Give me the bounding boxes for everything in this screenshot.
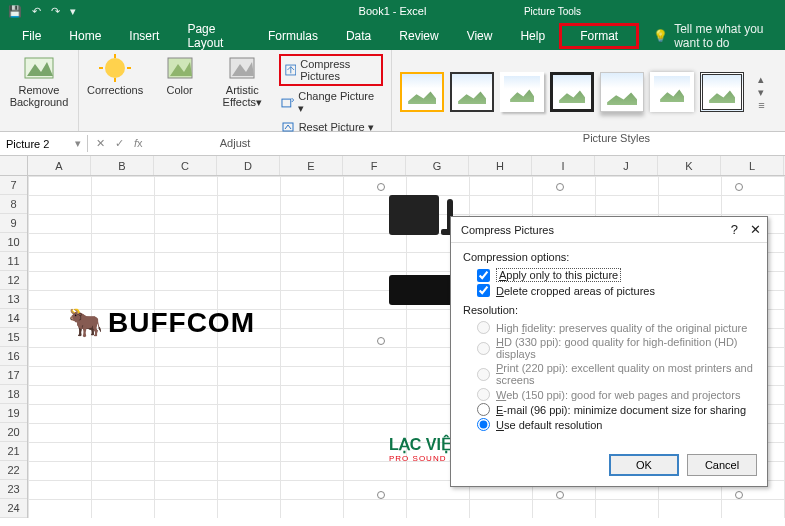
artistic-effects-button[interactable]: Artistic Effects▾ bbox=[216, 54, 269, 109]
name-box-dropdown-icon[interactable]: ▾ bbox=[75, 137, 81, 150]
row-header[interactable]: 12 bbox=[0, 271, 27, 290]
col-header[interactable]: I bbox=[532, 156, 595, 175]
ok-button[interactable]: OK bbox=[609, 454, 679, 476]
compression-options-label: Compression options: bbox=[463, 251, 755, 263]
res-web-radio-row[interactable]: Web (150 ppi): good for web pages and pr… bbox=[463, 387, 755, 402]
col-header[interactable]: H bbox=[469, 156, 532, 175]
fx-icon[interactable]: fx bbox=[134, 137, 143, 150]
context-tab-label: Picture Tools bbox=[510, 4, 595, 19]
delete-cropped-label: Delete cropped areas of pictures bbox=[496, 285, 655, 297]
corrections-button[interactable]: Corrections bbox=[87, 54, 143, 96]
col-header[interactable]: J bbox=[595, 156, 658, 175]
change-picture-icon bbox=[281, 96, 295, 110]
remove-background-icon bbox=[23, 54, 55, 82]
col-header[interactable]: B bbox=[91, 156, 154, 175]
picture-style-thumb-2[interactable] bbox=[450, 72, 494, 112]
row-header[interactable]: 9 bbox=[0, 214, 27, 233]
row-header[interactable]: 8 bbox=[0, 195, 27, 214]
tell-me-search[interactable]: 💡 Tell me what you want to do bbox=[653, 22, 785, 50]
col-header[interactable]: E bbox=[280, 156, 343, 175]
enter-formula-icon[interactable]: ✓ bbox=[115, 137, 124, 150]
res-default-radio[interactable] bbox=[477, 418, 490, 431]
row-header[interactable]: 14 bbox=[0, 309, 27, 328]
picture-style-thumb-6[interactable] bbox=[650, 72, 694, 112]
col-header[interactable]: K bbox=[658, 156, 721, 175]
row-header[interactable]: 13 bbox=[0, 290, 27, 309]
row-header[interactable]: 23 bbox=[0, 480, 27, 499]
dialog-titlebar[interactable]: Compress Pictures ? ✕ bbox=[451, 217, 767, 243]
row-header[interactable]: 24 bbox=[0, 499, 27, 518]
res-hifi-radio-row[interactable]: High fidelity: preserves quality of the … bbox=[463, 320, 755, 335]
gallery-expand-icon[interactable]: ≡ bbox=[758, 99, 764, 111]
gallery-scroll-down-icon[interactable]: ▾ bbox=[758, 86, 764, 99]
tab-file[interactable]: File bbox=[8, 23, 55, 49]
tab-insert[interactable]: Insert bbox=[115, 23, 173, 49]
res-hd-label: HD (330 ppi): good quality for high-defi… bbox=[496, 336, 755, 360]
delete-cropped-checkbox[interactable] bbox=[477, 284, 490, 297]
row-header[interactable]: 15 bbox=[0, 328, 27, 347]
undo-icon[interactable]: ↶ bbox=[32, 5, 41, 18]
picture-style-thumb-7[interactable] bbox=[700, 72, 744, 112]
artistic-effects-icon bbox=[226, 54, 258, 82]
col-header[interactable]: A bbox=[28, 156, 91, 175]
row-header[interactable]: 16 bbox=[0, 347, 27, 366]
reset-picture-button[interactable]: Reset Picture ▾ bbox=[279, 119, 383, 135]
name-box[interactable]: Picture 2 ▾ bbox=[0, 135, 88, 152]
redo-icon[interactable]: ↷ bbox=[51, 5, 60, 18]
gallery-scroll-up-icon[interactable]: ▴ bbox=[758, 73, 764, 86]
apply-only-checkbox[interactable] bbox=[477, 269, 490, 282]
picture-style-thumb-3[interactable] bbox=[500, 72, 544, 112]
dialog-close-icon[interactable]: ✕ bbox=[750, 222, 761, 237]
save-icon[interactable]: 💾 bbox=[8, 5, 22, 18]
row-header[interactable]: 22 bbox=[0, 461, 27, 480]
row-header[interactable]: 7 bbox=[0, 176, 27, 195]
row-header[interactable]: 20 bbox=[0, 423, 27, 442]
bull-icon: 🐂 bbox=[68, 307, 104, 338]
dialog-help-icon[interactable]: ? bbox=[731, 222, 738, 237]
row-header[interactable]: 18 bbox=[0, 385, 27, 404]
row-header[interactable]: 11 bbox=[0, 252, 27, 271]
picture-styles-gallery[interactable] bbox=[400, 72, 744, 112]
tab-format[interactable]: Format bbox=[559, 23, 639, 49]
row-header[interactable]: 17 bbox=[0, 366, 27, 385]
compress-pictures-button[interactable]: Compress Pictures bbox=[279, 54, 383, 86]
apply-only-checkbox-row[interactable]: Apply only to this picture bbox=[463, 267, 755, 283]
cancel-button[interactable]: Cancel bbox=[687, 454, 757, 476]
picture-style-thumb-5[interactable] bbox=[600, 72, 644, 112]
picture-style-thumb-1[interactable] bbox=[400, 72, 444, 112]
delete-cropped-checkbox-row[interactable]: Delete cropped areas of pictures bbox=[463, 283, 755, 298]
tab-home[interactable]: Home bbox=[55, 23, 115, 49]
res-web-radio[interactable] bbox=[477, 388, 490, 401]
col-header[interactable]: F bbox=[343, 156, 406, 175]
res-default-label: Use default resolution bbox=[496, 419, 602, 431]
row-header[interactable]: 19 bbox=[0, 404, 27, 423]
row-header[interactable]: 21 bbox=[0, 442, 27, 461]
remove-background-button[interactable]: Remove Background bbox=[8, 54, 70, 108]
res-hd-radio[interactable] bbox=[477, 342, 490, 355]
qat-dropdown-icon[interactable]: ▾ bbox=[70, 5, 76, 18]
cancel-formula-icon[interactable]: ✕ bbox=[96, 137, 105, 150]
change-picture-button[interactable]: Change Picture ▾ bbox=[279, 89, 383, 116]
col-header[interactable]: D bbox=[217, 156, 280, 175]
res-email-radio-row[interactable]: E-mail (96 ppi): minimize document size … bbox=[463, 402, 755, 417]
res-hd-radio-row[interactable]: HD (330 ppi): good quality for high-defi… bbox=[463, 335, 755, 361]
select-all-corner[interactable] bbox=[0, 156, 28, 175]
tab-formulas[interactable]: Formulas bbox=[254, 23, 332, 49]
picture-style-thumb-4[interactable] bbox=[550, 72, 594, 112]
tab-view[interactable]: View bbox=[453, 23, 507, 49]
color-button[interactable]: Color bbox=[153, 54, 206, 96]
tab-help[interactable]: Help bbox=[506, 23, 559, 49]
tab-data[interactable]: Data bbox=[332, 23, 385, 49]
apply-only-label: Apply only to this picture bbox=[496, 268, 621, 282]
res-default-radio-row[interactable]: Use default resolution bbox=[463, 417, 755, 432]
res-print-radio[interactable] bbox=[477, 368, 490, 381]
res-hifi-radio[interactable] bbox=[477, 321, 490, 334]
row-header[interactable]: 10 bbox=[0, 233, 27, 252]
col-header[interactable]: L bbox=[721, 156, 784, 175]
col-header[interactable]: C bbox=[154, 156, 217, 175]
tab-review[interactable]: Review bbox=[385, 23, 452, 49]
res-print-radio-row[interactable]: Print (220 ppi): excellent quality on mo… bbox=[463, 361, 755, 387]
res-email-radio[interactable] bbox=[477, 403, 490, 416]
watermark-logo: 🐂BUFFCOM bbox=[68, 306, 255, 339]
col-header[interactable]: G bbox=[406, 156, 469, 175]
